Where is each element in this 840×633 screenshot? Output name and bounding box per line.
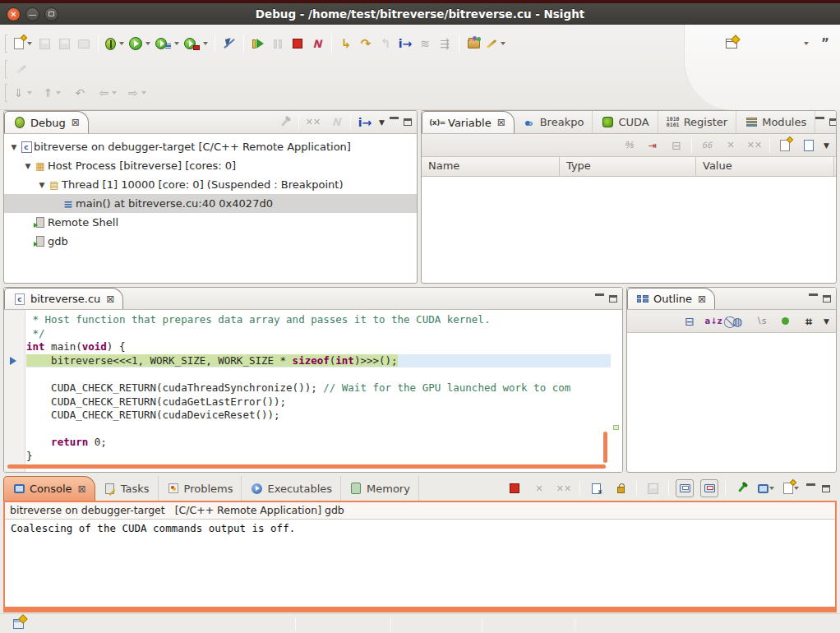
prev-annotation-dropdown[interactable] — [56, 91, 61, 95]
mark-occurrences-dropdown[interactable] — [501, 42, 505, 45]
collapse-all-button[interactable]: ⊟ — [667, 136, 685, 155]
pin-console-button[interactable] — [732, 479, 750, 497]
tab-register[interactable]: 10100101Register — [658, 111, 737, 133]
outline-tab-close-icon[interactable]: ⊠ — [698, 293, 706, 305]
open-console-dropdown[interactable] — [794, 487, 799, 490]
debug-tree-item[interactable]: Remote Shell — [4, 213, 417, 232]
tab-breakpo[interactable]: Breakpo — [515, 111, 593, 133]
next-annotation-dropdown[interactable] — [27, 91, 32, 95]
print-button[interactable] — [74, 33, 94, 54]
tab-close-icon[interactable]: ⊠ — [497, 117, 505, 128]
toolbar-drag-handle[interactable] — [5, 35, 7, 53]
tab-console[interactable]: Console⊠ — [3, 476, 95, 501]
editor-gutter[interactable] — [4, 310, 25, 473]
editor-body[interactable]: * Host function that prepares data array… — [4, 310, 622, 473]
column-header-type[interactable]: Type — [560, 157, 696, 176]
console-minimize-icon[interactable] — [806, 483, 815, 491]
drop-to-frame-button[interactable]: ⇶ — [435, 33, 455, 54]
back-button[interactable]: ⇦ — [96, 82, 119, 104]
debug-disconnect-button[interactable]: N — [327, 113, 345, 132]
outline-maximize-icon[interactable] — [823, 295, 831, 303]
new-view-button[interactable] — [776, 136, 794, 155]
editor-tab-close-icon[interactable]: ⊠ — [106, 293, 114, 305]
disconnect-button[interactable]: N — [307, 33, 327, 54]
editor-maximize-icon[interactable] — [609, 295, 617, 303]
clear-console-button[interactable] — [587, 479, 605, 497]
next-annotation-button[interactable]: ⇓ — [12, 82, 35, 104]
debug-view-menu[interactable]: ▼ — [379, 118, 385, 127]
debug-minimize-icon[interactable] — [390, 117, 399, 124]
console-maximize-icon[interactable] — [822, 485, 830, 492]
editor-minimize-icon[interactable] — [595, 293, 604, 301]
code-line[interactable]: int main(void) { — [26, 340, 611, 354]
code-line[interactable]: } — [26, 450, 611, 464]
tab-memory[interactable]: Memory — [341, 476, 419, 501]
variables-maximize-icon[interactable] — [829, 118, 837, 126]
tab-modules[interactable]: Modules — [736, 111, 815, 133]
show-on-stderr-toggle[interactable] — [700, 479, 718, 497]
add-watchpoint-button[interactable]: ⇥ — [644, 136, 662, 155]
step-over-button[interactable]: ↷ — [356, 33, 376, 54]
forward-dropdown[interactable] — [141, 91, 146, 95]
show-type-names-button[interactable]: ℁ — [620, 136, 638, 155]
window-close-button[interactable]: ✕ — [7, 7, 21, 21]
resume-button[interactable] — [248, 33, 268, 54]
overview-ruler-mark[interactable] — [613, 425, 619, 430]
console-output[interactable]: Coalescing of the CUDA commands output i… — [5, 520, 835, 537]
debug-tree-item[interactable]: ▼▦Host Process [bitreverse] [cores: 0] — [4, 156, 417, 175]
variables-table-body[interactable] — [422, 177, 836, 282]
debug-launch-dropdown[interactable] — [119, 42, 124, 45]
open-console-button[interactable] — [782, 479, 800, 497]
tree-expander-icon[interactable]: ▼ — [37, 181, 47, 189]
code-line[interactable]: * Host function that prepares data array… — [26, 313, 611, 327]
code-line[interactable]: */ — [26, 327, 611, 341]
debug-tab-close-icon[interactable]: ⊠ — [72, 117, 80, 128]
word-wrap-button[interactable] — [644, 479, 662, 497]
code-line[interactable]: return 0; — [26, 436, 611, 450]
debug-pin-button[interactable] — [275, 113, 293, 132]
debug-instruction-stepping-toggle[interactable]: i→ — [356, 113, 374, 132]
scroll-lock-button[interactable] — [612, 479, 630, 497]
toolbar-drag-handle3[interactable] — [5, 84, 7, 102]
hide-inactive-button[interactable]: ⌗ — [800, 312, 818, 330]
tab-problems[interactable]: Problems — [159, 476, 242, 501]
tab-editor-bitreverse[interactable]: c bitreverse.cu ⊠ — [4, 288, 123, 309]
step-return-button[interactable]: ↰ — [376, 33, 395, 54]
tab-executables[interactable]: Executables — [242, 476, 341, 501]
prev-annotation-button[interactable]: ⇑ — [41, 82, 64, 104]
edit-view-button[interactable] — [800, 136, 818, 155]
code-line[interactable]: CUDA_CHECK_RETURN(cudaGetLastError()); — [26, 395, 611, 409]
console-terminate-button[interactable] — [505, 479, 524, 497]
tree-expander-icon[interactable]: ▼ — [23, 162, 33, 170]
save-all-button[interactable] — [54, 33, 74, 54]
tab-close-icon[interactable]: ⊠ — [78, 483, 86, 495]
suspend-button[interactable] — [268, 33, 288, 54]
console-remove-all-button[interactable]: ✕✕ — [555, 479, 573, 497]
save-button[interactable] — [35, 33, 54, 54]
new-wizard-dropdown[interactable] — [27, 42, 32, 45]
hide-fields-button[interactable]: ⃠◍ — [728, 312, 746, 330]
collapsed-toolbar-handle[interactable]: ” — [815, 33, 835, 54]
console-remove-launch-button[interactable]: ✕ — [530, 479, 548, 497]
highlight-button[interactable] — [12, 58, 31, 80]
display-console-dropdown[interactable] — [769, 487, 774, 490]
variables-view-menu[interactable]: ▼ — [824, 141, 829, 150]
step-into-button[interactable]: ↳ — [336, 33, 356, 54]
pointer-mode-button[interactable] — [219, 33, 239, 54]
window-maximize-button[interactable] — [44, 7, 58, 21]
code-area[interactable]: * Host function that prepares data array… — [26, 313, 611, 464]
remove-selected-button[interactable]: ✕ — [722, 136, 740, 155]
outline-view-menu[interactable]: ▼ — [824, 317, 829, 326]
debug-maximize-icon[interactable] — [404, 118, 412, 126]
display-console-button[interactable] — [757, 479, 775, 497]
use-step-filters-button[interactable]: ≋ — [415, 33, 435, 54]
run-history-dropdown[interactable] — [174, 42, 179, 45]
open-perspective-button[interactable] — [722, 33, 741, 54]
code-line[interactable]: bitreverse<<<1, WORK_SIZE, WORK_SIZE * s… — [26, 354, 611, 368]
run-history-button[interactable] — [153, 33, 182, 54]
open-task-button[interactable] — [464, 33, 483, 54]
tab-tasks[interactable]: Tasks — [95, 476, 159, 501]
run-button[interactable] — [127, 33, 153, 54]
external-tools-button[interactable] — [182, 33, 210, 54]
debug-tree-item[interactable]: ▼▤Thread [1] 10000 [core: 0] (Suspended … — [4, 175, 417, 194]
